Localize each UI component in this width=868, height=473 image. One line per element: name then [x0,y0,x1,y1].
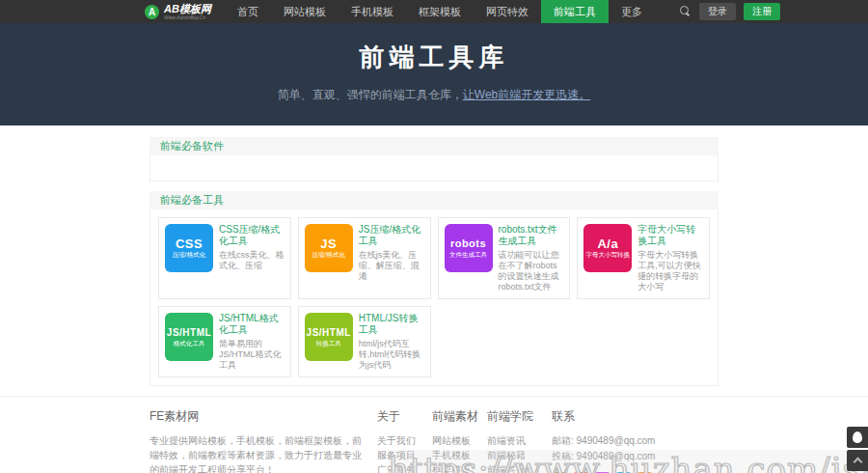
logo-subtext: Www.AdminBuy.Cn [164,14,211,20]
footer-link-frontend-qa[interactable]: 前端答疑 [487,462,542,473]
main-menu: 首页 网站模板 手机模板 框架模板 网页特效 前端工具 更多 [225,0,655,23]
css-tool-icon: CSS 压缩/格式化 [165,224,213,272]
section-title-tools: 前端必备工具 [149,191,719,209]
case-tool-icon: A/a 字母大小写转换 [583,224,632,272]
tool-card-case-converter[interactable]: A/a 字母大小写转换 字母大小写转换工具 字母大小写转换工具,可以方便快捷的转… [577,217,710,299]
page-title: 前端工具库 [0,23,868,74]
section-software: 前端必备软件 [149,137,719,181]
robots-tool-icon: robots 文件生成工具 [445,224,493,272]
tool-card-grid: CSS 压缩/格式化 CSS压缩/格式化工具 在线css美化、格式化、压缩 JS… [150,209,718,385]
footer-link-ads[interactable]: 广告服务 [377,462,432,473]
tool-card-title[interactable]: robots.txt文件生成工具 [499,224,564,247]
tool-card-desc: 字母大小写转换工具,可以方便快捷的转换字母的大小写 [637,250,703,292]
logo-text: AB模板网 [164,4,211,14]
main-content: 前端必备软件 前端必备工具 CSS 压缩/格式化 CSS压缩/格式化工具 在线c… [0,125,868,386]
navbar-right: 登录 注册 [680,3,780,20]
tool-card-title[interactable]: JS压缩/格式化工具 [359,224,424,247]
tool-card-desc: 在线css美化、格式化、压缩 [219,250,285,271]
qq-contact-button[interactable] [847,427,868,448]
top-navbar: A AB模板网 Www.AdminBuy.Cn 首页 网站模板 手机模板 框架模… [0,0,868,23]
section-title-software: 前端必备软件 [149,137,719,155]
section-tools: 前端必备工具 CSS 压缩/格式化 CSS压缩/格式化工具 在线css美化、格式… [149,191,719,386]
footer-link-framework-templates[interactable]: 框架模板 [432,462,487,473]
login-button[interactable]: 登录 [699,3,736,20]
tool-card-js-minify[interactable]: JS 压缩/格式化 JS压缩/格式化工具 在线js美化、压缩、解压缩、混淆 [298,217,431,299]
tool-card-title[interactable]: CSS压缩/格式化工具 [219,224,285,247]
footer-link-mobile-templates[interactable]: 手机模板 [432,448,487,462]
contact-submit-email: 投稿: 9490489@qq.com [552,449,719,464]
section-body-software [149,155,719,181]
tool-card-desc: 在线js美化、压缩、解压缩、混淆 [359,250,424,282]
back-to-top-button[interactable] [847,450,868,471]
contact-email: 邮箱: 9490489@qq.com [552,433,719,449]
footer-brand: FE素材网 专业提供网站模板，手机模板，前端框架模板，前端特效，前端教程等素材资… [149,408,377,473]
floating-widgets [847,427,868,471]
footer: FE素材网 专业提供网站模板，手机模板，前端框架模板，前端特效，前端教程等素材资… [0,396,868,473]
menu-item-site-templates[interactable]: 网站模板 [271,0,339,23]
chevron-up-icon [853,458,862,467]
menu-item-more[interactable]: 更多 [609,0,655,23]
tool-card-desc: html/js代码互转,html代码转换为js代码 [359,339,424,371]
footer-brand-title: FE素材网 [149,408,364,425]
subtitle-text: 简单、直观、强悍的前端工具仓库， [278,88,463,101]
tool-card-desc: 该功能可以让您在不了解robots的设置快速生成robots.txt文件 [499,250,564,292]
logo-icon: A [145,5,159,19]
footer-contact: 联系 邮箱: 9490489@qq.com 投稿: 9490489@qq.com… [542,408,719,473]
jshtml-format-icon: JS/HTML 格式化工具 [165,313,213,361]
footer-link-frontend-news[interactable]: 前端资讯 [487,433,542,448]
tool-card-jshtml-formatter[interactable]: JS/HTML 格式化工具 JS/HTML格式化工具 简单易用的JS/HTML格… [158,306,291,377]
tool-card-css-minify[interactable]: CSS 压缩/格式化 CSS压缩/格式化工具 在线css美化、格式化、压缩 [158,217,291,299]
tool-card-robots-generator[interactable]: robots 文件生成工具 robots.txt文件生成工具 该功能可以让您在不… [438,217,571,299]
hero-banner: 前端工具库 简单、直观、强悍的前端工具仓库，让Web前端开发更迅速。 [0,23,868,125]
footer-col-academy: 前端学院 前端资讯 前端秘籍 前端答疑 前端书籍 [487,408,542,473]
footer-col-materials: 前端素材 网站模板 手机模板 框架模板 网页特效 [432,408,487,473]
search-icon[interactable] [680,6,692,17]
tool-card-desc: 简单易用的JS/HTML格式化工具 [219,339,285,371]
footer-link-services[interactable]: 服务项目 [377,448,432,462]
footer-link-site-templates[interactable]: 网站模板 [432,433,487,448]
footer-link-frontend-tips[interactable]: 前端秘籍 [487,448,542,462]
qq-penguin-icon [853,431,862,443]
htmljs-convert-icon: JS/HTML 转换工具 [305,313,353,361]
site-logo[interactable]: A AB模板网 Www.AdminBuy.Cn [145,4,211,20]
footer-col-about: 关于 关于我们 服务项目 广告服务 联系我们 [377,408,432,473]
page-subtitle: 简单、直观、强悍的前端工具仓库，让Web前端开发更迅速。 [0,87,868,103]
tool-card-htmljs-converter[interactable]: JS/HTML 转换工具 HTML/JS转换工具 html/js代码互转,htm… [298,306,431,377]
js-tool-icon: JS 压缩/格式化 [305,224,353,272]
menu-item-frontend-tools[interactable]: 前端工具 [541,0,609,23]
section-body-tools: CSS 压缩/格式化 CSS压缩/格式化工具 在线css美化、格式化、压缩 JS… [149,209,719,386]
menu-item-home[interactable]: 首页 [225,0,271,23]
register-button[interactable]: 注册 [744,3,780,20]
subtitle-link[interactable]: 让Web前端开发更迅速。 [463,88,590,101]
menu-item-framework-templates[interactable]: 框架模板 [406,0,474,23]
footer-link-about-us[interactable]: 关于我们 [377,433,432,448]
tool-card-title[interactable]: JS/HTML格式化工具 [219,313,285,336]
menu-item-web-effects[interactable]: 网页特效 [474,0,541,23]
tool-card-title[interactable]: 字母大小写转换工具 [637,224,703,247]
menu-item-mobile-templates[interactable]: 手机模板 [339,0,406,23]
footer-brand-desc: 专业提供网站模板，手机模板，前端框架模板，前端特效，前端教程等素材资源，致力于打… [149,433,364,473]
tool-card-title[interactable]: HTML/JS转换工具 [359,313,424,336]
